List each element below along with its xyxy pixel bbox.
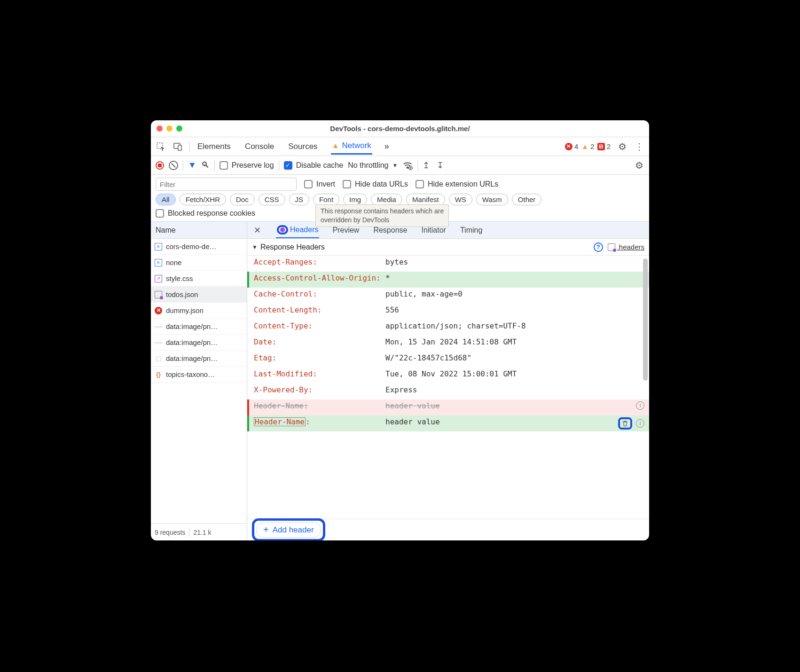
header-name[interactable]: Header-Name: bbox=[254, 417, 381, 426]
override-file-icon bbox=[608, 243, 615, 251]
request-row[interactable]: —data:image/pn… bbox=[151, 335, 247, 351]
response-headers-section[interactable]: ▼ Response Headers ? .headers bbox=[247, 239, 649, 256]
header-value: header value bbox=[385, 401, 631, 410]
request-row[interactable]: {}topics-taxono… bbox=[151, 367, 247, 383]
record-button[interactable] bbox=[156, 161, 164, 170]
import-har-icon[interactable]: ↥ bbox=[423, 160, 432, 171]
export-har-icon[interactable]: ↧ bbox=[437, 160, 446, 171]
maximize-window-button[interactable] bbox=[176, 125, 182, 132]
header-row[interactable]: Content-Type:application/json; charset=U… bbox=[247, 320, 649, 336]
header-value[interactable]: header value bbox=[385, 417, 613, 426]
tab-console[interactable]: Console bbox=[244, 139, 275, 154]
more-menu-icon[interactable]: ⋮ bbox=[634, 141, 644, 152]
invert-checkbox[interactable]: Invert bbox=[304, 180, 335, 188]
help-icon[interactable]: ? bbox=[594, 242, 603, 252]
header-value: bytes bbox=[385, 258, 640, 266]
preserve-log-checkbox[interactable]: Preserve log bbox=[220, 161, 274, 170]
filter-manifest[interactable]: Manifest bbox=[406, 194, 445, 205]
header-row[interactable]: Content-Length:556 bbox=[247, 304, 649, 320]
filter-ws[interactable]: WS bbox=[449, 194, 472, 205]
filter-input[interactable] bbox=[156, 178, 297, 191]
add-header-button[interactable]: + Add header bbox=[256, 522, 321, 538]
header-value: Tue, 08 Nov 2022 15:00:01 GMT bbox=[385, 369, 640, 378]
plus-icon: + bbox=[263, 524, 269, 535]
filter-fetch[interactable]: Fetch/XHR bbox=[180, 194, 226, 205]
settings-icon[interactable]: ⚙ bbox=[617, 141, 627, 152]
scrollbar[interactable] bbox=[643, 258, 648, 516]
tab-network-label: Network bbox=[342, 141, 371, 150]
response-headers-list: Accept-Ranges:bytesAccess-Control-Allow-… bbox=[247, 256, 649, 519]
more-tabs-button[interactable]: » bbox=[384, 141, 389, 151]
network-settings-icon[interactable]: ⚙ bbox=[634, 160, 644, 171]
request-row[interactable]: ◻data:image/pn… bbox=[151, 351, 247, 367]
filter-doc[interactable]: Doc bbox=[230, 194, 255, 205]
tab-network[interactable]: ▲ Network bbox=[331, 138, 372, 155]
details-pane: ✕ Headers Preview Response Initiator Tim… bbox=[247, 222, 649, 540]
throttling-select[interactable]: No throttling ▼ bbox=[348, 161, 398, 170]
delete-highlight bbox=[618, 417, 632, 430]
close-details-button[interactable]: ✕ bbox=[251, 225, 264, 235]
override-dot-icon bbox=[280, 227, 285, 232]
header-row[interactable]: Header-Name:header valuei bbox=[247, 415, 649, 431]
filter-all[interactable]: All bbox=[156, 194, 176, 205]
filter-other[interactable]: Other bbox=[512, 194, 542, 205]
header-value: Express bbox=[385, 385, 640, 394]
filter-js[interactable]: JS bbox=[289, 194, 310, 205]
disclosure-icon: ▼ bbox=[252, 244, 258, 250]
close-window-button[interactable] bbox=[157, 125, 163, 132]
filter-wasm[interactable]: Wasm bbox=[476, 194, 508, 205]
override-indicator-highlight bbox=[277, 225, 288, 234]
header-row[interactable]: Accept-Ranges:bytes bbox=[247, 256, 649, 272]
filter-img[interactable]: Img bbox=[343, 194, 367, 205]
disable-cache-checkbox[interactable]: ✓ Disable cache bbox=[284, 161, 344, 170]
request-row[interactable]: ↗style.css bbox=[151, 271, 247, 287]
header-row[interactable]: Etag:W/"22c-18457c15d68" bbox=[247, 352, 649, 367]
overrides-file-link[interactable]: .headers bbox=[608, 243, 644, 251]
add-header-highlight: + Add header bbox=[252, 518, 325, 540]
header-row[interactable]: X-Powered-By:Express bbox=[247, 383, 649, 399]
header-name: Last-Modified: bbox=[254, 369, 381, 378]
tab-elements[interactable]: Elements bbox=[196, 139, 232, 154]
request-list-pane: Name ≡cors-demo-de…≡none↗style.csstodos.… bbox=[151, 222, 247, 540]
filter-toggle-icon[interactable]: ▼ bbox=[188, 160, 196, 170]
issues-badge[interactable]: ⊟2 bbox=[597, 142, 611, 150]
row-actions: i bbox=[618, 417, 644, 430]
filter-media[interactable]: Media bbox=[371, 194, 402, 205]
request-row[interactable]: todos.json bbox=[151, 287, 247, 303]
header-name: Etag: bbox=[254, 353, 381, 362]
tab-sources[interactable]: Sources bbox=[287, 139, 318, 154]
request-row[interactable]: —data:image/pn… bbox=[151, 319, 247, 335]
header-row[interactable]: Cache-Control:public, max-age=0 bbox=[247, 288, 649, 304]
header-name: Date: bbox=[254, 337, 381, 346]
hide-data-urls-checkbox[interactable]: Hide data URLs bbox=[343, 180, 408, 188]
tab-headers[interactable]: Headers bbox=[276, 222, 319, 238]
svg-rect-2 bbox=[178, 145, 181, 150]
inspect-icon[interactable] bbox=[156, 141, 166, 152]
checkbox-icon bbox=[220, 161, 228, 170]
errors-badge[interactable]: ✕4 bbox=[565, 142, 578, 150]
header-value: public, max-age=0 bbox=[385, 289, 640, 298]
filter-font[interactable]: Font bbox=[313, 194, 339, 205]
clear-button[interactable] bbox=[169, 161, 178, 170]
request-row[interactable]: ✕dummy.json bbox=[151, 303, 247, 319]
tab-timing[interactable]: Timing bbox=[459, 223, 483, 237]
name-column-header[interactable]: Name bbox=[151, 222, 247, 239]
titlebar: DevTools - cors-demo-devtools.glitch.me/ bbox=[151, 120, 649, 137]
search-icon[interactable]: 🔍︎ bbox=[201, 160, 210, 170]
request-row[interactable]: ≡cors-demo-de… bbox=[151, 239, 247, 255]
hide-extension-urls-checkbox[interactable]: Hide extension URLs bbox=[416, 180, 498, 188]
warnings-badge[interactable]: ▲2 bbox=[581, 142, 594, 150]
device-toolbar-icon[interactable] bbox=[173, 141, 183, 152]
header-row[interactable]: Last-Modified:Tue, 08 Nov 2022 15:00:01 … bbox=[247, 367, 649, 383]
network-conditions-icon[interactable] bbox=[402, 160, 413, 171]
header-value: W/"22c-18457c15d68" bbox=[385, 353, 640, 362]
minimize-window-button[interactable] bbox=[166, 125, 173, 132]
trash-icon[interactable] bbox=[621, 419, 629, 428]
request-row[interactable]: ≡none bbox=[151, 255, 247, 271]
header-row[interactable]: Access-Control-Allow-Origin:* bbox=[247, 272, 649, 288]
filter-css[interactable]: CSS bbox=[259, 194, 285, 205]
blocked-cookies-checkbox[interactable]: Blocked response cookies bbox=[156, 209, 255, 218]
header-row[interactable]: Header-Name:header valuei bbox=[247, 399, 649, 415]
header-row[interactable]: Date:Mon, 15 Jan 2024 14:51:08 GMT bbox=[247, 336, 649, 352]
header-value: * bbox=[385, 273, 640, 282]
